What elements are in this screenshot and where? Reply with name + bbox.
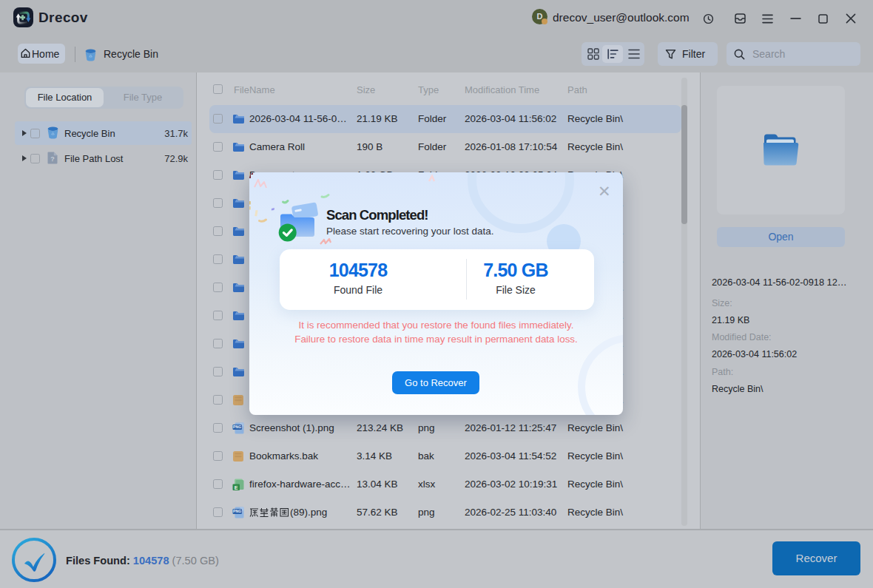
svg-text:?: ? xyxy=(50,155,55,163)
